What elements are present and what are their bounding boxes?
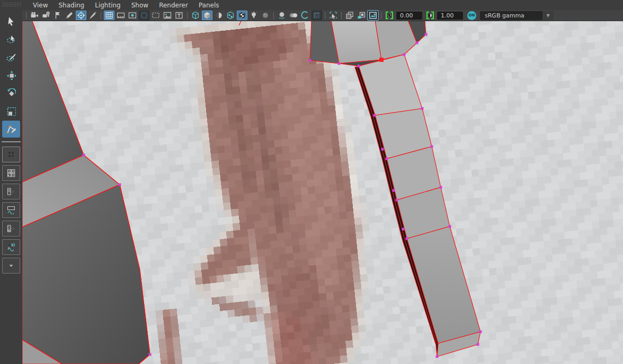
layout-menu-dropdown[interactable] <box>2 258 20 274</box>
occlusion-icon[interactable] <box>277 11 287 20</box>
move-tool[interactable] <box>2 67 20 84</box>
mesh-face[interactable] <box>22 21 84 182</box>
menu-view[interactable]: View <box>28 1 53 10</box>
wireframe-on-shaded-icon[interactable] <box>213 11 224 20</box>
paint-select-tool[interactable] <box>2 49 20 66</box>
frame-rate-icon[interactable] <box>174 11 184 20</box>
contrast-field[interactable]: 1.00 <box>437 12 463 20</box>
menu-panels[interactable]: Panels <box>193 1 225 10</box>
resolution-gate-icon[interactable] <box>115 11 126 20</box>
mesh-vertex[interactable] <box>83 154 85 157</box>
mesh-vertex[interactable] <box>403 53 406 56</box>
mesh-edge[interactable] <box>239 21 241 25</box>
menu-grip[interactable] <box>2 2 21 7</box>
layout-four-view[interactable] <box>2 147 20 162</box>
camera-attributes-icon[interactable] <box>41 11 51 20</box>
viewport[interactable] <box>22 21 623 364</box>
gate-mask-icon[interactable] <box>127 11 138 20</box>
field-chart-icon[interactable] <box>139 11 149 20</box>
texture-placement-icon[interactable] <box>356 11 367 20</box>
camera-select-icon[interactable] <box>29 11 40 20</box>
mesh-vertex[interactable] <box>440 186 442 189</box>
mesh-overlay <box>22 21 623 364</box>
layout-persp-graph[interactable] <box>2 202 20 218</box>
motion-blur-icon[interactable] <box>288 11 299 20</box>
toolbar-separator <box>380 12 382 19</box>
panel-toolbar: 0.001.00ONsRGB gamma▼ <box>22 10 623 21</box>
gamma-label: sRGB gamma <box>485 12 524 19</box>
toolbar-separator <box>341 12 342 19</box>
depth-of-field-icon[interactable] <box>312 11 322 20</box>
exposure-bracket-icon[interactable] <box>384 11 395 20</box>
mesh-vertex[interactable] <box>477 343 479 346</box>
toolbar-separator <box>25 12 27 19</box>
mesh-vertex[interactable] <box>373 114 376 117</box>
mesh-vertex[interactable] <box>358 65 360 68</box>
image-plane-icon[interactable] <box>344 11 355 20</box>
use-default-material-icon[interactable] <box>237 11 247 20</box>
mesh-face[interactable] <box>331 21 381 63</box>
film-gate-icon[interactable] <box>104 11 114 20</box>
textured-display-icon[interactable] <box>225 11 236 20</box>
gamma-on-toggle[interactable]: ON <box>467 11 476 20</box>
layout-persp-outliner-grid[interactable] <box>2 165 20 181</box>
mesh-vertex[interactable] <box>425 33 428 36</box>
isolate-select-icon[interactable] <box>328 11 339 20</box>
mesh-vertex[interactable] <box>416 42 419 44</box>
shadows-icon[interactable] <box>260 11 271 20</box>
tool-box-column <box>0 10 22 364</box>
mesh-vertex[interactable] <box>431 145 433 148</box>
toolbar-separator <box>324 12 326 19</box>
bookmark-icon[interactable] <box>52 11 63 20</box>
mesh-vertex[interactable] <box>119 184 121 186</box>
toolbar-separator <box>273 12 274 19</box>
mesh-vertex[interactable] <box>381 148 384 151</box>
menu-renderer[interactable]: Renderer <box>154 1 193 10</box>
mesh-vertex[interactable] <box>338 62 341 65</box>
toolbar-separator <box>100 12 102 19</box>
menu-show[interactable]: Show <box>126 1 154 10</box>
safe-title-icon[interactable] <box>162 11 173 20</box>
gamma-dropdown-arrow-icon[interactable]: ▼ <box>542 11 554 20</box>
mesh-vertex[interactable] <box>309 59 312 62</box>
mesh-vertex[interactable] <box>402 228 405 231</box>
lasso-select-tool[interactable] <box>2 31 20 48</box>
tool-column-separator <box>2 141 21 142</box>
gamma-dropdown[interactable]: sRGB gamma▼ <box>480 11 554 20</box>
select-tool[interactable] <box>2 13 20 30</box>
textured-view-icon[interactable] <box>368 11 378 20</box>
menu-lighting[interactable]: Lighting <box>90 1 126 10</box>
shaded-display-icon[interactable] <box>202 11 212 20</box>
safe-action-icon[interactable] <box>150 11 161 20</box>
contrast-bracket-icon[interactable] <box>425 11 435 20</box>
exposure-field[interactable]: 0.00 <box>396 12 422 20</box>
lighting-icon[interactable] <box>248 11 259 20</box>
layout-hypershade-persp[interactable] <box>2 221 20 236</box>
mesh-vertex[interactable] <box>396 199 398 202</box>
maya-window: { "menu_bar": { "menus": ["View","Shadin… <box>0 0 623 364</box>
mesh-vertex[interactable] <box>449 225 451 228</box>
mesh-vertex[interactable] <box>421 107 424 110</box>
toolbar-separator <box>186 12 188 19</box>
mesh-vertex[interactable] <box>386 158 388 160</box>
panel-menu-bar: ViewShadingLightingShowRendererPanels <box>0 0 623 10</box>
brush-icon[interactable] <box>87 11 98 20</box>
menu-items: ViewShadingLightingShowRendererPanels <box>28 1 225 10</box>
mesh-vertex[interactable] <box>436 356 439 358</box>
mesh-vertex[interactable] <box>149 353 152 356</box>
menu-shading[interactable]: Shading <box>53 1 90 10</box>
layout-outliner-persp[interactable] <box>2 184 20 199</box>
rotate-tool[interactable] <box>2 85 20 102</box>
mesh-vertex[interactable] <box>479 331 482 333</box>
mesh-vertex[interactable] <box>393 189 395 192</box>
layout-persp-graph-outliner[interactable] <box>2 239 20 255</box>
current-tool-quad-draw[interactable] <box>2 121 20 138</box>
mesh-vertex[interactable] <box>406 238 408 240</box>
scale-tool[interactable] <box>2 103 20 120</box>
grease-pencil-icon[interactable] <box>64 11 75 20</box>
anti-alias-icon[interactable] <box>300 11 310 20</box>
wireframe-icon[interactable] <box>190 11 201 20</box>
camera-tumble-icon[interactable] <box>76 11 86 20</box>
selected-vertex[interactable] <box>379 58 384 62</box>
